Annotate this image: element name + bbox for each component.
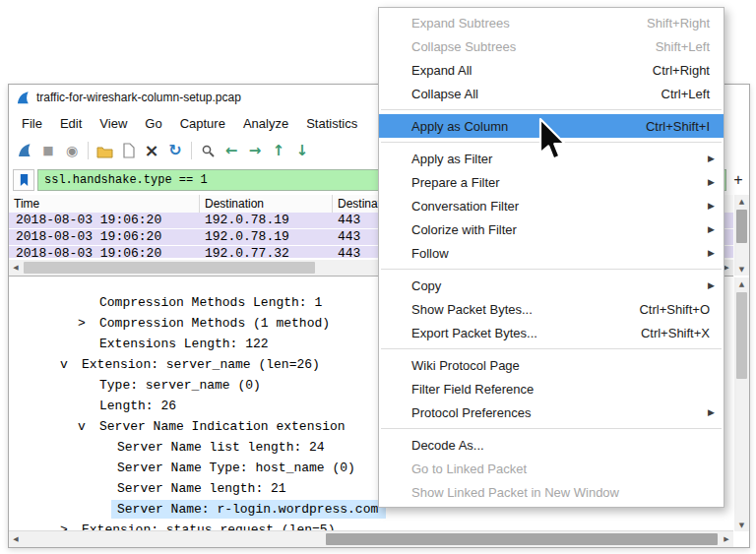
scroll-up-icon[interactable]: ▲ bbox=[734, 195, 749, 208]
screenshot-root: traffic-for-wireshark-column-setup.pcap … bbox=[0, 0, 756, 554]
scroll-right-icon[interactable]: ▶ bbox=[720, 531, 733, 547]
tree-text: Server Name list length: 24 bbox=[117, 438, 325, 457]
tree-text: Server Name Indication extension bbox=[99, 417, 346, 436]
submenu-arrow-icon: ▶ bbox=[708, 248, 715, 258]
tree-text: Extensions Length: 122 bbox=[99, 335, 269, 353]
capture-options-icon[interactable]: ◉ bbox=[61, 140, 83, 161]
bookmark-icon bbox=[19, 173, 30, 187]
menu-item-filter-field-reference[interactable]: Filter Field Reference bbox=[379, 377, 724, 400]
menu-item-collapse-subtrees: Collapse Subtrees Shift+Left bbox=[379, 34, 724, 58]
hscroll-thumb[interactable] bbox=[24, 262, 315, 274]
mouse-cursor bbox=[537, 117, 571, 162]
expander-expanded-icon[interactable]: v bbox=[60, 355, 68, 374]
menu-item-show-packet-bytes[interactable]: Show Packet Bytes... Ctrl+Shift+O bbox=[379, 297, 724, 321]
shortcut: Ctrl+Shift+O bbox=[639, 302, 710, 317]
menu-item-go-to-linked-packet: Go to Linked Packet bbox=[379, 457, 724, 480]
menu-statistics[interactable]: Statistics bbox=[297, 113, 366, 134]
reload-icon[interactable]: ↻ bbox=[164, 140, 186, 161]
go-back-icon[interactable]: ← bbox=[220, 140, 242, 161]
save-file-icon[interactable] bbox=[117, 140, 139, 161]
submenu-arrow-icon: ▶ bbox=[708, 154, 715, 163]
column-header-destination[interactable]: Destination bbox=[200, 195, 333, 213]
menu-separator bbox=[381, 428, 722, 429]
toolbar-separator bbox=[191, 142, 192, 159]
submenu-arrow-icon: ▶ bbox=[708, 407, 715, 417]
shortcut: Ctrl+Shift+X bbox=[641, 326, 710, 340]
menu-separator bbox=[381, 269, 722, 270]
expander-expanded-icon[interactable]: v bbox=[78, 417, 86, 436]
hscroll-thumb[interactable] bbox=[326, 533, 718, 545]
menu-item-collapse-all[interactable]: Collapse All Ctrl+Left bbox=[379, 82, 724, 105]
menu-file[interactable]: File bbox=[13, 113, 51, 134]
shortcut: Shift+Left bbox=[656, 39, 710, 54]
menu-item-expand-all[interactable]: Expand All Ctrl+Right bbox=[379, 58, 724, 82]
submenu-arrow-icon: ▶ bbox=[708, 201, 715, 211]
shortcut: Shift+Right bbox=[647, 16, 710, 31]
cell-destination: 192.0.77.32 bbox=[200, 246, 333, 258]
scroll-left-icon[interactable]: ◀ bbox=[9, 260, 23, 276]
scroll-left-icon[interactable]: ◀ bbox=[9, 531, 23, 547]
tree-text: Server Name Type: host_name (0) bbox=[117, 459, 355, 477]
shortcut: Ctrl+Left bbox=[662, 87, 711, 101]
menu-separator bbox=[381, 109, 722, 110]
column-header-time[interactable]: Time bbox=[9, 195, 200, 213]
start-capture-icon[interactable] bbox=[14, 140, 35, 161]
filter-bookmark-button[interactable] bbox=[13, 169, 34, 191]
menu-separator bbox=[381, 348, 722, 349]
context-menu: Expand Subtrees Shift+Right Collapse Sub… bbox=[378, 7, 724, 508]
close-file-icon[interactable]: × bbox=[141, 140, 162, 161]
go-forward-icon[interactable]: → bbox=[244, 140, 266, 161]
tree-text: Compression Methods (1 method) bbox=[99, 314, 330, 333]
submenu-arrow-icon: ▶ bbox=[708, 280, 715, 290]
go-first-icon[interactable]: ↑ bbox=[268, 140, 289, 161]
wireshark-fin-icon bbox=[16, 91, 31, 105]
scroll-down-icon[interactable]: ▼ bbox=[734, 263, 749, 276]
tree-text: Type: server_name (0) bbox=[99, 376, 261, 395]
menu-item-prepare-a-filter[interactable]: Prepare a Filter ▶ bbox=[379, 170, 724, 194]
filter-add-button[interactable]: + bbox=[729, 169, 747, 191]
tree-text: Extension: server_name (len=26) bbox=[82, 355, 320, 374]
menu-item-conversation-filter[interactable]: Conversation Filter ▶ bbox=[379, 194, 724, 217]
submenu-arrow-icon: ▶ bbox=[708, 224, 715, 234]
menu-item-follow[interactable]: Follow ▶ bbox=[379, 241, 724, 265]
scroll-up-icon[interactable]: ▲ bbox=[734, 277, 749, 290]
tree-text: Length: 26 bbox=[99, 397, 176, 415]
menu-item-wiki-protocol-page[interactable]: Wiki Protocol Page bbox=[379, 353, 724, 377]
packet-list-vscrollbar[interactable]: ▲ ▼ bbox=[734, 195, 749, 276]
open-file-icon[interactable] bbox=[94, 140, 115, 161]
display-filter-value: ssl.handshake.type == 1 bbox=[44, 173, 208, 187]
menu-item-show-linked-packet-in-new-window: Show Linked Packet in New Window bbox=[379, 480, 724, 504]
tree-text: Compression Methods Length: 1 bbox=[99, 293, 322, 312]
menu-edit[interactable]: Edit bbox=[51, 113, 91, 134]
scroll-down-icon[interactable]: ▼ bbox=[734, 519, 749, 531]
vscroll-thumb[interactable] bbox=[736, 292, 747, 379]
toolbar-separator bbox=[88, 142, 89, 159]
go-last-icon[interactable]: ↓ bbox=[291, 140, 313, 161]
cell-time: 2018-08-03 19:06:20 bbox=[9, 229, 200, 245]
menu-go[interactable]: Go bbox=[136, 113, 170, 134]
expander-collapsed-icon[interactable]: > bbox=[78, 314, 86, 333]
cell-destination: 192.0.78.19 bbox=[200, 229, 333, 245]
stop-capture-icon[interactable]: ■ bbox=[37, 140, 59, 161]
shortcut: Ctrl+Shift+I bbox=[646, 119, 710, 134]
menu-capture[interactable]: Capture bbox=[171, 113, 234, 134]
menu-view[interactable]: View bbox=[91, 113, 136, 134]
menu-item-export-packet-bytes[interactable]: Export Packet Bytes... Ctrl+Shift+X bbox=[379, 321, 724, 344]
find-packet-icon[interactable] bbox=[197, 140, 219, 161]
menu-item-decode-as[interactable]: Decode As... bbox=[379, 433, 724, 457]
cell-time: 2018-08-03 19:06:20 bbox=[9, 246, 200, 258]
menu-item-expand-subtrees: Expand Subtrees Shift+Right bbox=[379, 11, 724, 34]
window-title: traffic-for-wireshark-column-setup.pcap bbox=[36, 91, 241, 104]
detail-vscrollbar[interactable]: ▲ ▼ bbox=[734, 277, 749, 531]
shortcut: Ctrl+Right bbox=[653, 63, 710, 78]
vscroll-thumb[interactable] bbox=[736, 210, 747, 243]
menu-item-copy[interactable]: Copy ▶ bbox=[379, 274, 724, 297]
tree-text: Server Name length: 21 bbox=[117, 479, 286, 498]
menu-item-colorize-with-filter[interactable]: Colorize with Filter ▶ bbox=[379, 217, 724, 241]
submenu-arrow-icon: ▶ bbox=[708, 177, 715, 187]
tree-text-selected: Server Name: r-login.wordpress.com bbox=[111, 500, 386, 519]
detail-hscrollbar[interactable]: ◀ ▶ bbox=[9, 530, 733, 547]
cell-destination: 192.0.78.19 bbox=[200, 213, 333, 228]
menu-item-protocol-preferences[interactable]: Protocol Preferences ▶ bbox=[379, 400, 724, 424]
menu-analyze[interactable]: Analyze bbox=[234, 113, 297, 134]
